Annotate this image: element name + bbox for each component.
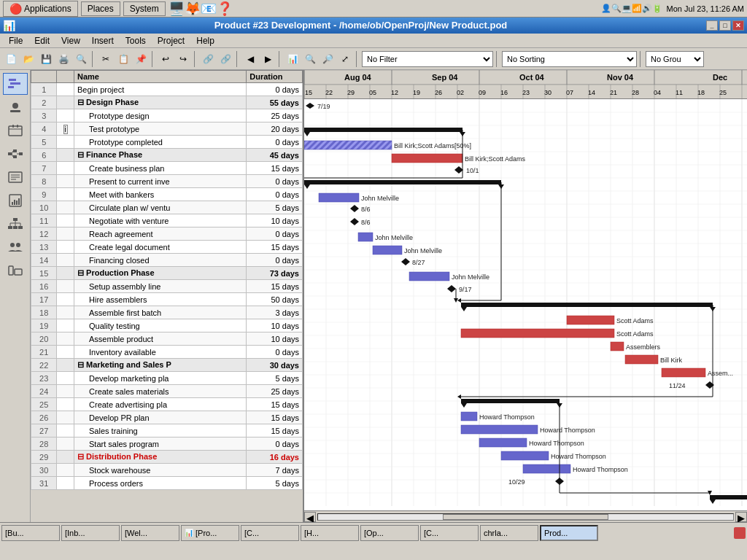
task-row[interactable]: 30Stock warehouse7 days [31, 464, 303, 477]
gantt-view-button[interactable]: 📊 [285, 51, 301, 67]
task-row[interactable]: 11Negotiate with venture10 days [31, 214, 303, 228]
redo-button[interactable]: ↪ [175, 51, 191, 67]
task-row[interactable]: 3Prototype design25 days [31, 109, 303, 122]
zoom-in-button[interactable]: 🔍 [302, 51, 318, 67]
horizontal-scrollbar[interactable]: ◀ ▶ [304, 510, 747, 522]
taskbar-chr[interactable]: chrla... [480, 525, 538, 541]
sidebar-gantt-icon[interactable] [3, 73, 28, 95]
places-menu[interactable]: Places [81, 1, 120, 16]
task-icon [57, 228, 74, 241]
maximize-button[interactable]: □ [719, 20, 731, 31]
task-name: Develop marketing pla [74, 372, 247, 385]
task-name: Meet with bankers [74, 188, 247, 201]
sidebar-team-icon[interactable] [3, 236, 28, 258]
unlink-button[interactable]: 🔗 [217, 51, 233, 67]
sidebar-report-icon[interactable] [3, 190, 28, 211]
taskbar-h[interactable]: [H... [301, 525, 359, 541]
task-row[interactable]: 8Present to current inve0 days [31, 175, 303, 188]
task-row[interactable]: 14Financing closed0 days [31, 254, 303, 267]
menu-tools[interactable]: Tools [120, 35, 152, 47]
task-row[interactable]: 4iTest prototype20 days [31, 122, 303, 136]
system-menu[interactable]: System [123, 1, 166, 16]
fit-button[interactable]: ⤢ [337, 51, 353, 67]
task-row[interactable]: 21Inventory available0 days [31, 346, 303, 359]
task-row[interactable]: 20Assemble product10 days [31, 332, 303, 346]
sidebar-task-icon[interactable] [3, 166, 28, 188]
forward-button[interactable]: ▶ [260, 51, 276, 67]
minimize-button[interactable]: _ [706, 20, 718, 31]
taskbar-bu[interactable]: [Bu... [1, 525, 60, 541]
taskbar-prod[interactable]: Prod... [540, 525, 598, 541]
task-row[interactable]: 10Circulate plan w/ ventu5 days [31, 201, 303, 214]
cut-button[interactable]: ✂ [98, 51, 114, 67]
sort-select[interactable]: No Sorting [502, 51, 637, 67]
taskbar-c2[interactable]: [C... [420, 525, 479, 541]
menu-project[interactable]: Project [152, 35, 190, 47]
gantt-body[interactable]: 7/19 Bill Kirk;Scott Adams[50%] Bill Kir… [304, 99, 747, 510]
task-row[interactable]: 19Quality testing10 days [31, 319, 303, 332]
task-row[interactable]: 25Create advertising pla15 days [31, 398, 303, 411]
task-row[interactable]: 18Assemble first batch3 days [31, 306, 303, 319]
svg-rect-21 [12, 202, 13, 205]
paste-button[interactable]: 📌 [133, 51, 149, 67]
sidebar-network-icon[interactable] [3, 143, 28, 165]
link-button[interactable]: 🔗 [200, 51, 216, 67]
task-row[interactable]: 22⊟ Marketing and Sales P30 days [31, 359, 303, 372]
zoom-out-button[interactable]: 🔎 [320, 51, 336, 67]
task-row[interactable]: 28Start sales program0 days [31, 438, 303, 451]
label-12: 8/27 [412, 259, 425, 266]
taskbar-op[interactable]: [Op... [360, 525, 419, 541]
task-row[interactable]: 27Sales training15 days [31, 424, 303, 438]
open-button[interactable]: 📂 [20, 51, 36, 67]
hscroll-left[interactable]: ◀ [304, 512, 316, 522]
hscroll-track[interactable] [317, 513, 734, 521]
print-button[interactable]: 🖨️ [55, 51, 71, 67]
undo-button[interactable]: ↩ [158, 51, 174, 67]
close-button[interactable]: ✕ [732, 20, 744, 31]
menu-file[interactable]: File [3, 35, 28, 47]
label-11: John Melville [404, 247, 442, 254]
task-row[interactable]: 13Create legal document15 days [31, 241, 303, 254]
task-row[interactable]: 26Develop PR plan15 days [31, 411, 303, 424]
menu-help[interactable]: Help [190, 35, 220, 47]
sidebar-wbs-icon[interactable] [3, 213, 28, 235]
task-row[interactable]: 2⊟ Design Phase55 days [31, 96, 303, 109]
sidebar-calendar-icon[interactable] [3, 120, 28, 141]
sidebar-resource-icon[interactable] [3, 96, 28, 118]
label-9: 8/6 [361, 219, 371, 226]
task-row[interactable]: 7Create business plan15 days [31, 162, 303, 175]
print-preview-button[interactable]: 🔍 [73, 51, 89, 67]
menu-view[interactable]: View [55, 35, 86, 47]
back-button[interactable]: ◀ [242, 51, 258, 67]
task-row[interactable]: 17Hire assemblers50 days [31, 293, 303, 306]
menu-edit[interactable]: Edit [28, 35, 55, 47]
task-row[interactable]: 1Begin project0 days [31, 83, 303, 96]
hscroll-thumb[interactable] [443, 514, 609, 520]
task-row[interactable]: 12Reach agreement0 days [31, 228, 303, 241]
save-button[interactable]: 💾 [38, 51, 54, 67]
copy-button[interactable]: 📋 [115, 51, 131, 67]
task-row[interactable]: 23Develop marketing pla5 days [31, 372, 303, 385]
task-row[interactable]: 5Prototype completed0 days [31, 136, 303, 149]
taskbar-wel[interactable]: [Wel... [121, 525, 179, 541]
task-row[interactable]: 15⊟ Production Phase73 days [31, 267, 303, 280]
task-row[interactable]: 29⊟ Distribution Phase16 days [31, 451, 303, 464]
task-row[interactable]: 9Meet with bankers0 days [31, 188, 303, 201]
task-row[interactable]: 6⊟ Finance Phase45 days [31, 149, 303, 162]
task-row[interactable]: 31Process orders5 days [31, 477, 303, 490]
hscroll-right[interactable]: ▶ [735, 512, 747, 522]
task-row[interactable]: 24Create sales materials25 days [31, 385, 303, 398]
taskbar-inb[interactable]: [Inb... [61, 525, 120, 541]
applications-menu[interactable]: 🔴 Applications [3, 1, 78, 17]
sidebar-resource2-icon[interactable] [3, 260, 28, 281]
os-tray-icons: 👤🔍💻📶🔊🔋 [601, 4, 662, 13]
new-button[interactable]: 📄 [3, 51, 19, 67]
taskbar-c1[interactable]: [C... [241, 525, 299, 541]
label-14: 9/17 [459, 286, 472, 293]
taskbar-pro1[interactable]: 📊 [Pro... [181, 525, 239, 541]
menu-insert[interactable]: Insert [86, 35, 120, 47]
filter-select[interactable]: No Filter [362, 51, 493, 67]
taskbar-close-btn[interactable] [734, 527, 746, 539]
group-select[interactable]: No Grou [646, 51, 704, 67]
task-row[interactable]: 16Setup assembly line15 days [31, 280, 303, 293]
